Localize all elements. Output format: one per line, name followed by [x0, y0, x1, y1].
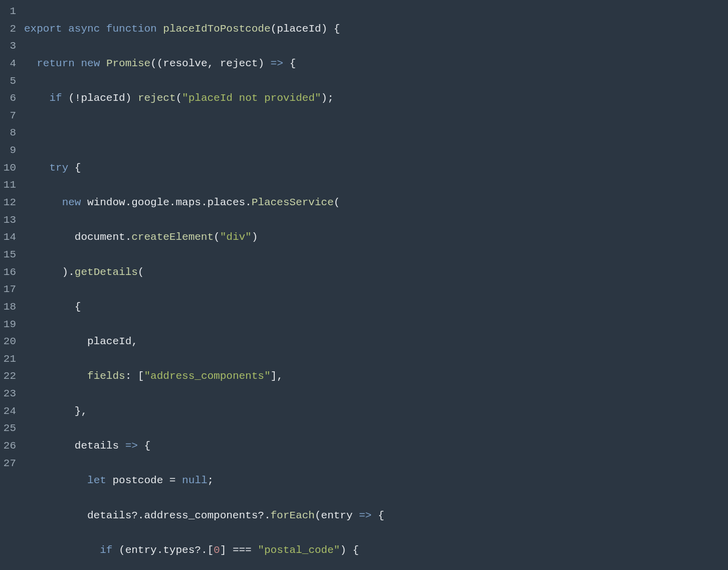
line-number: 26	[0, 438, 16, 455]
code-line: details?.address_components?.forEach(ent…	[24, 507, 728, 525]
code-line: export async function placeIdToPostcode(…	[24, 21, 728, 38]
line-number: 19	[0, 316, 16, 334]
code-line: document.createElement("div")	[24, 229, 728, 246]
line-number: 5	[0, 73, 16, 90]
line-number: 15	[0, 246, 16, 264]
line-number: 11	[0, 177, 16, 194]
line-number: 3	[0, 38, 16, 55]
code-line	[24, 124, 728, 142]
line-number: 10	[0, 160, 16, 177]
line-number: 18	[0, 299, 16, 316]
line-number: 8	[0, 124, 16, 142]
code-line: {	[24, 299, 728, 316]
code-line: },	[24, 403, 728, 420]
code-line: return new Promise((resolve, reject) => …	[24, 55, 728, 73]
line-number: 27	[0, 455, 16, 473]
line-number: 7	[0, 107, 16, 125]
code-line: ).getDetails(	[24, 264, 728, 281]
code-line: if (!placeId) reject("placeId not provid…	[24, 90, 728, 107]
code-line: placeId,	[24, 333, 728, 351]
line-number: 21	[0, 351, 16, 368]
line-number: 9	[0, 142, 16, 160]
code-content[interactable]: export async function placeIdToPostcode(…	[24, 3, 728, 570]
code-line: details => {	[24, 438, 728, 455]
line-number: 22	[0, 368, 16, 385]
code-line: new window.google.maps.places.PlacesServ…	[24, 194, 728, 212]
line-number: 17	[0, 281, 16, 299]
code-editor: 1 2 3 4 5 6 7 8 9 10 11 12 13 14 15 16 1…	[0, 3, 728, 570]
line-number: 25	[0, 420, 16, 438]
line-number: 4	[0, 55, 16, 73]
line-number: 14	[0, 229, 16, 246]
line-number: 6	[0, 90, 16, 107]
line-number: 13	[0, 212, 16, 229]
line-number-gutter: 1 2 3 4 5 6 7 8 9 10 11 12 13 14 15 16 1…	[0, 3, 24, 570]
code-line: let postcode = null;	[24, 472, 728, 490]
line-number: 2	[0, 21, 16, 38]
line-number: 20	[0, 333, 16, 351]
line-number: 24	[0, 403, 16, 420]
code-line: fields: ["address_components"],	[24, 368, 728, 385]
line-number: 1	[0, 3, 16, 21]
line-number: 23	[0, 385, 16, 403]
code-line: try {	[24, 160, 728, 177]
line-number: 12	[0, 194, 16, 212]
code-line: if (entry.types?.[0] === "postal_code") …	[24, 542, 728, 559]
line-number: 16	[0, 264, 16, 281]
